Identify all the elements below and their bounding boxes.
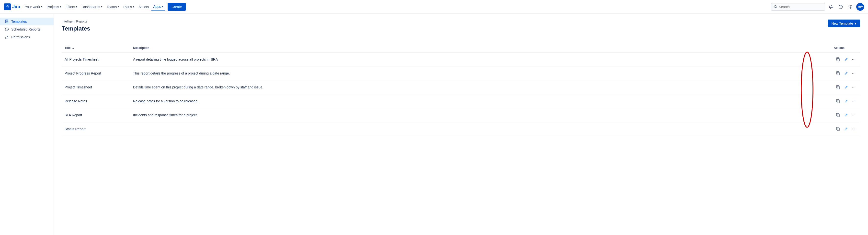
sidebar-item-label: Templates [11, 20, 27, 24]
svg-point-20 [855, 87, 855, 88]
sidebar-item-permissions[interactable]: Permissions [0, 33, 54, 41]
chevron-down-icon: ▾ [118, 5, 119, 8]
nav-item-your-work[interactable]: Your work ▾ [23, 3, 44, 10]
nav-item-dashboards[interactable]: Dashboards ▾ [80, 3, 104, 10]
edit-button[interactable] [842, 126, 849, 132]
table-row: All Projects Timesheet A report detailin… [62, 52, 860, 66]
search-box[interactable] [771, 3, 825, 10]
chevron-down-icon: ▾ [162, 5, 163, 8]
copy-icon [836, 99, 840, 103]
svg-point-23 [854, 101, 854, 101]
table-row: Project Timesheet Details time spent on … [62, 80, 860, 94]
nav-item-apps[interactable]: Apps ▾ [151, 3, 165, 10]
edit-button[interactable] [842, 56, 849, 63]
logo[interactable]: Jira [4, 3, 20, 10]
cell-actions [831, 52, 860, 66]
sidebar: Templates Scheduled Reports Permissions [0, 14, 54, 235]
chevron-down-icon: ▾ [133, 5, 134, 8]
copy-button[interactable] [835, 84, 842, 91]
nav-item-filters[interactable]: Filters ▾ [64, 3, 79, 10]
help-icon [838, 5, 843, 9]
cell-title: Release Notes [62, 94, 130, 108]
pencil-icon [844, 99, 848, 103]
svg-point-31 [854, 129, 854, 129]
page-header: Intelligent Reports Templates New Templa… [62, 20, 860, 38]
gear-icon [848, 5, 852, 9]
nav-item-plans[interactable]: Plans ▾ [121, 3, 136, 10]
sidebar-item-templates[interactable]: Templates [0, 18, 54, 25]
more-button[interactable] [850, 56, 857, 63]
help-button[interactable] [837, 3, 844, 11]
breadcrumb: Intelligent Reports [62, 20, 90, 23]
svg-point-19 [854, 87, 854, 88]
cell-description: Details time spent on this project durin… [130, 80, 831, 94]
settings-button[interactable] [846, 3, 854, 11]
table-row: Status Report [62, 122, 860, 136]
svg-point-15 [854, 73, 854, 73]
svg-point-30 [852, 129, 853, 129]
actions-cell [834, 98, 857, 105]
top-navigation: Jira Your work ▾ Projects ▾ Filters ▾ Da… [0, 0, 868, 14]
sort-icon: ▲ [72, 47, 74, 49]
copy-button[interactable] [835, 70, 842, 77]
cell-title: All Projects Timesheet [62, 52, 130, 66]
svg-rect-17 [837, 86, 839, 89]
copy-button[interactable] [835, 98, 842, 105]
avatar[interactable]: MW [856, 3, 864, 11]
nav-item-projects[interactable]: Projects ▾ [45, 3, 63, 10]
nav-items: Your work ▾ Projects ▾ Filters ▾ Dashboa… [23, 3, 768, 11]
more-button[interactable] [850, 112, 857, 119]
cell-actions [831, 108, 860, 122]
svg-point-12 [855, 59, 855, 60]
more-button[interactable] [850, 98, 857, 105]
nav-item-teams[interactable]: Teams ▾ [105, 3, 121, 10]
notifications-button[interactable] [827, 3, 835, 11]
sidebar-item-label: Scheduled Reports [11, 27, 40, 31]
table-row: Project Progress Report This report deta… [62, 66, 860, 80]
svg-point-24 [855, 101, 855, 101]
search-icon [774, 5, 777, 9]
column-header-title[interactable]: Title ▲ [62, 44, 130, 52]
nav-item-assets[interactable]: Assets [136, 3, 151, 10]
templates-table: Title ▲ Description Actions Al [62, 44, 860, 136]
templates-table-wrapper: Title ▲ Description Actions Al [62, 44, 860, 136]
edit-button[interactable] [842, 70, 849, 77]
main-content: Intelligent Reports Templates New Templa… [54, 14, 868, 235]
svg-point-32 [855, 129, 855, 129]
create-button[interactable]: Create [167, 3, 186, 11]
main-layout: Templates Scheduled Reports Permissions … [0, 14, 868, 235]
actions-cell [834, 70, 857, 77]
copy-button[interactable] [835, 126, 842, 132]
svg-rect-21 [837, 100, 839, 103]
actions-cell [834, 126, 857, 132]
pencil-icon [844, 85, 848, 89]
cell-description [130, 122, 831, 136]
clock-icon [5, 27, 9, 31]
copy-button[interactable] [835, 56, 842, 63]
search-input[interactable] [779, 5, 822, 9]
table-header: Title ▲ Description Actions [62, 44, 860, 52]
svg-rect-29 [837, 128, 839, 131]
more-icon [852, 127, 856, 131]
more-icon [852, 85, 856, 89]
edit-button[interactable] [842, 112, 849, 119]
more-button[interactable] [850, 126, 857, 132]
copy-icon [836, 85, 840, 89]
copy-button[interactable] [835, 112, 842, 119]
edit-button[interactable] [842, 84, 849, 91]
new-template-button[interactable]: New Template ▾ [828, 20, 860, 27]
cell-actions [831, 122, 860, 136]
copy-icon [836, 113, 840, 117]
cell-actions [831, 80, 860, 94]
copy-icon [836, 58, 840, 61]
svg-rect-13 [837, 72, 839, 75]
column-header-description[interactable]: Description [130, 44, 831, 52]
more-icon [852, 113, 856, 117]
document-icon [5, 20, 9, 24]
chevron-down-icon: ▾ [76, 5, 77, 8]
more-button[interactable] [850, 70, 857, 77]
chevron-down-icon: ▾ [60, 5, 61, 8]
more-button[interactable] [850, 84, 857, 91]
edit-button[interactable] [842, 98, 849, 105]
sidebar-item-scheduled-reports[interactable]: Scheduled Reports [0, 25, 54, 33]
